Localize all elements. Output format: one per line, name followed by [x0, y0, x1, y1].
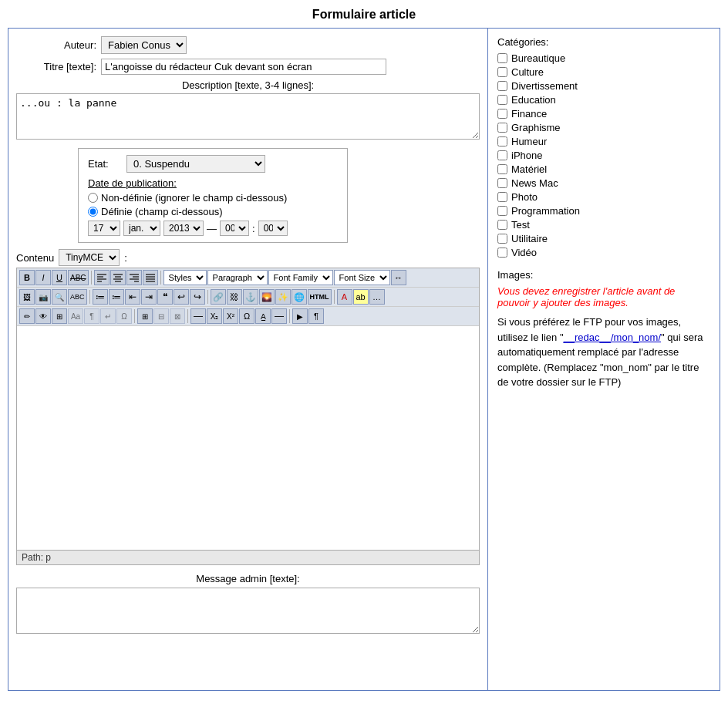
category-item-newsmac: News Mac	[497, 177, 710, 189]
checkbox-photo[interactable]	[497, 192, 507, 202]
forecolor-button[interactable]: A	[337, 289, 352, 305]
web-button[interactable]: 🌐	[292, 289, 307, 305]
date-definie-radio[interactable]	[88, 207, 98, 217]
date-non-definie-row: Non-définie (ignorer le champ ci-dessous…	[88, 192, 338, 204]
strikethrough-button[interactable]: ABC	[68, 270, 89, 285]
titre-input[interactable]	[101, 59, 386, 75]
description-label: Description [texte, 3-4 lignes]:	[16, 79, 480, 91]
contenu-label: Contenu	[16, 252, 54, 264]
edit-button[interactable]: ✏	[19, 308, 35, 324]
italic-button[interactable]: I	[35, 270, 51, 285]
anchor-button[interactable]: ⚓	[243, 289, 258, 305]
insert-image-button[interactable]: 🖼	[19, 289, 35, 305]
dash-button[interactable]: —	[271, 308, 287, 324]
table-props-button[interactable]: ⊟	[153, 308, 169, 324]
hr-button[interactable]: —	[190, 308, 206, 324]
checkbox-education[interactable]	[497, 95, 507, 105]
resize-button[interactable]: ↔	[391, 270, 406, 285]
format-button[interactable]: Aa	[68, 308, 83, 324]
paragraph-select[interactable]: Paragraph	[207, 270, 268, 285]
checkbox-utilitaire[interactable]	[497, 234, 507, 244]
ordered-list-button[interactable]: ≔	[109, 289, 124, 305]
tinymce-select[interactable]: TinyMCE	[59, 249, 120, 266]
tb-sep8	[289, 309, 290, 323]
omega-button[interactable]: Ω	[239, 308, 254, 324]
insert-image2-button[interactable]: 🌄	[259, 289, 275, 305]
images-warning: Vous devez enregistrer l'article avant d…	[497, 285, 710, 308]
checkbox-humeur[interactable]	[497, 136, 507, 147]
format3-button[interactable]: ↵	[100, 308, 116, 324]
date-year-select[interactable]: 2013 ÷	[163, 221, 204, 236]
source-button[interactable]: ▶	[292, 308, 308, 324]
insert-link-button[interactable]: 🔗	[211, 289, 226, 305]
table-button[interactable]: ⊞	[137, 308, 153, 324]
date-definie-row: Définie (champ ci-dessous)	[88, 206, 338, 217]
checkbox-bureautique[interactable]	[497, 53, 507, 63]
checkbox-test[interactable]	[497, 220, 507, 230]
checkbox-iphone[interactable]	[497, 150, 507, 160]
font-family-select[interactable]: Font Family	[268, 270, 333, 285]
cleanup-button[interactable]: ✨	[275, 289, 291, 305]
unordered-list-button[interactable]: ≔	[93, 289, 108, 305]
styles-select[interactable]: Styles	[163, 270, 207, 285]
superscript-button[interactable]: X²	[223, 308, 238, 324]
description-textarea[interactable]: ...ou : la panne	[16, 93, 480, 140]
undo-button[interactable]: ↩	[174, 289, 189, 305]
outdent-button[interactable]: ⇤	[125, 289, 140, 305]
more-button[interactable]: …	[369, 289, 385, 305]
category-item-test: Test	[497, 219, 710, 231]
checkbox-video[interactable]	[497, 248, 507, 258]
insert-media-button[interactable]: 📷	[35, 289, 51, 305]
checkbox-materiel[interactable]	[497, 164, 507, 174]
date-day-select[interactable]: 17 ÷	[88, 221, 120, 236]
checkbox-divertissement[interactable]	[497, 81, 507, 91]
etat-select[interactable]: 0. Suspendu	[126, 155, 265, 173]
checkbox-finance[interactable]	[497, 109, 507, 119]
label-finance: Finance	[511, 108, 547, 120]
checkbox-graphisme[interactable]	[497, 123, 507, 133]
tb-sep4	[207, 290, 208, 304]
visibility-button[interactable]: 👁	[35, 308, 51, 324]
checkbox-newsmac[interactable]	[497, 178, 507, 188]
date-non-definie-radio[interactable]	[88, 193, 98, 203]
checkbox-programmation[interactable]	[497, 206, 507, 216]
label-education: Education	[511, 94, 556, 106]
search-replace-button[interactable]: 🔍	[52, 289, 67, 305]
category-item-video: Vidéo	[497, 247, 710, 258]
titre-row: Titre [texte]:	[16, 59, 480, 75]
layers-button[interactable]: ⊞	[52, 308, 67, 324]
special-char-button[interactable]: Ω	[116, 308, 132, 324]
date-definie-label: Définie (champ ci-dessous)	[101, 206, 223, 217]
indent-button[interactable]: ⇥	[141, 289, 157, 305]
pilcrow-button[interactable]: ¶	[308, 308, 324, 324]
underline-button[interactable]: U	[52, 270, 67, 285]
msg-admin-textarea[interactable]	[16, 588, 480, 634]
align-center-button[interactable]	[110, 270, 126, 285]
ftp-link[interactable]: __redac__/mon_nom/	[564, 332, 661, 343]
checkbox-culture[interactable]	[497, 67, 507, 77]
bold-button[interactable]: B	[19, 270, 35, 285]
del-row-button[interactable]: ⊠	[170, 308, 185, 324]
font-size-select[interactable]: Font Size	[334, 270, 390, 285]
date-min-select[interactable]: 00 ÷	[258, 221, 288, 236]
date-month-select[interactable]: jan. ÷	[123, 221, 160, 236]
content-editable-area[interactable]	[17, 326, 479, 550]
align-left-button[interactable]	[94, 270, 110, 285]
backcolor-button[interactable]: ab	[353, 289, 369, 305]
format2-button[interactable]: ¶	[84, 308, 99, 324]
blockquote-button[interactable]: ❝	[157, 289, 173, 305]
date-hour-select[interactable]: 00 ÷	[220, 221, 249, 236]
html-button[interactable]: HTML	[308, 289, 332, 305]
align-justify-button[interactable]	[143, 270, 158, 285]
subscript-button[interactable]: X₂	[207, 308, 222, 324]
page-title: Formulaire article	[0, 0, 728, 28]
label-newsmac: News Mac	[511, 177, 558, 189]
label-culture: Culture	[511, 66, 544, 78]
redo-button[interactable]: ↪	[190, 289, 205, 305]
unlink-button[interactable]: ⛓	[227, 289, 242, 305]
spellcheck-button[interactable]: ABC	[68, 289, 87, 305]
tb-sep2	[160, 271, 161, 285]
abbr-button[interactable]: A̲	[255, 308, 271, 324]
align-right-button[interactable]	[126, 270, 142, 285]
auteur-select[interactable]: Fabien Conus	[101, 36, 187, 54]
